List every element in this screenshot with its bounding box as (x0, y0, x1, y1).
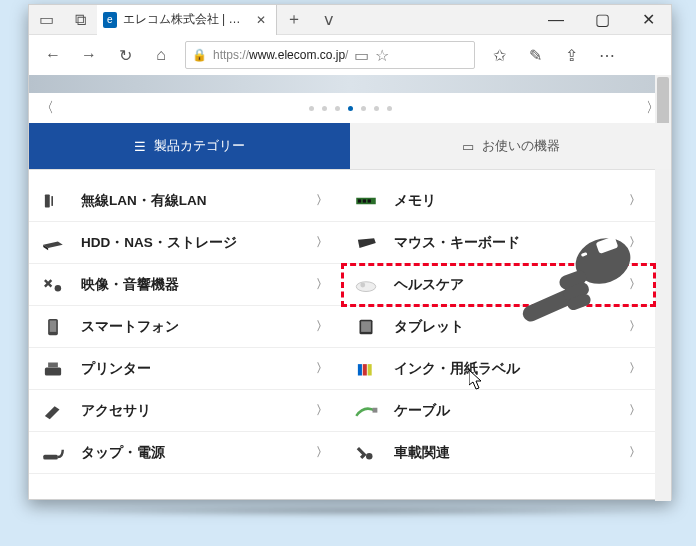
chevron-right-icon: 〉 (316, 234, 328, 251)
navbar: ← → ↻ ⌂ 🔒 https:// www.elecom.co.jp / ▭ … (29, 35, 671, 75)
share-button[interactable]: ⇪ (553, 35, 589, 75)
browser-tab[interactable]: e エレコム株式会社 | ELECC ✕ (97, 5, 277, 35)
category-icon (37, 269, 69, 301)
category-item-left-5[interactable]: アクセサリ〉 (29, 390, 342, 432)
category-label: アクセサリ (81, 402, 151, 420)
forward-button[interactable]: → (71, 35, 107, 75)
url-host: www.elecom.co.jp (249, 48, 345, 62)
category-item-left-4[interactable]: プリンター〉 (29, 348, 342, 390)
svg-rect-6 (48, 362, 58, 367)
category-icon (350, 437, 382, 469)
window-minimize-button[interactable]: — (533, 5, 579, 35)
carousel-dot[interactable] (387, 106, 392, 111)
category-label: 映像・音響機器 (81, 276, 179, 294)
url-scheme: https:// (213, 48, 249, 62)
chevron-right-icon: 〉 (316, 318, 328, 335)
category-label: HDD・NAS・ストレージ (81, 234, 237, 252)
category-item-right-2[interactable]: ヘルスケア〉 (342, 264, 655, 306)
carousel-dot[interactable] (374, 106, 379, 111)
svg-rect-1 (51, 196, 53, 206)
chevron-right-icon: 〉 (316, 192, 328, 209)
chevron-right-icon: 〉 (316, 444, 328, 461)
tab-label: お使いの機器 (482, 137, 560, 155)
address-bar[interactable]: 🔒 https:// www.elecom.co.jp / ▭ ☆ (185, 41, 475, 69)
svg-rect-11 (368, 199, 371, 202)
category-item-right-4[interactable]: インク・用紙ラベル〉 (342, 348, 655, 390)
chevron-right-icon: 〉 (629, 402, 641, 419)
category-label: ケーブル (394, 402, 450, 420)
hero-banner (29, 75, 671, 93)
scrollbar-thumb[interactable] (657, 77, 669, 127)
category-item-left-6[interactable]: タップ・電源〉 (29, 432, 342, 474)
svg-rect-4 (50, 320, 57, 331)
carousel-dot[interactable] (335, 106, 340, 111)
category-item-left-2[interactable]: 映像・音響機器〉 (29, 264, 342, 306)
svg-point-20 (366, 453, 373, 460)
chevron-right-icon: 〉 (629, 444, 641, 461)
svg-rect-17 (363, 364, 367, 375)
chevron-right-icon: 〉 (629, 276, 641, 293)
category-item-right-5[interactable]: ケーブル〉 (342, 390, 655, 432)
favorite-icon[interactable]: ☆ (375, 46, 389, 65)
more-button[interactable]: ⋯ (589, 35, 625, 75)
reading-view-icon[interactable]: ▭ (354, 46, 369, 65)
category-icon (37, 353, 69, 385)
category-icon (350, 227, 382, 259)
category-label: 車載関連 (394, 444, 450, 462)
window-maximize-button[interactable]: ▢ (579, 5, 625, 35)
tab-your-device[interactable]: ▭ お使いの機器 (350, 123, 671, 169)
notes-button[interactable]: ✎ (517, 35, 553, 75)
close-tab-icon[interactable]: ✕ (256, 13, 266, 27)
favicon-icon: e (103, 12, 117, 28)
category-icon (37, 437, 69, 469)
browser-window: ▭ ⧉ e エレコム株式会社 | ELECC ✕ ＋ 𝗏 — ▢ ✕ ← → ↻… (28, 4, 672, 500)
category-item-right-3[interactable]: タブレット〉 (342, 306, 655, 348)
carousel-prev-button[interactable]: 〈 (37, 99, 57, 117)
category-item-left-0[interactable]: 無線LAN・有線LAN〉 (29, 180, 342, 222)
category-label: プリンター (81, 360, 151, 378)
carousel-dot[interactable] (361, 106, 366, 111)
category-item-right-1[interactable]: マウス・キーボード〉 (342, 222, 655, 264)
svg-rect-10 (363, 199, 366, 202)
svg-point-12 (356, 281, 376, 291)
category-icon (350, 395, 382, 427)
category-icon (37, 395, 69, 427)
refresh-button[interactable]: ↻ (107, 35, 143, 75)
category-item-left-3[interactable]: スマートフォン〉 (29, 306, 342, 348)
chevron-right-icon: 〉 (316, 276, 328, 293)
category-icon (350, 311, 382, 343)
category-item-left-1[interactable]: HDD・NAS・ストレージ〉 (29, 222, 342, 264)
svg-rect-5 (45, 367, 61, 375)
category-icon (37, 311, 69, 343)
tab-actions-icon[interactable]: ▭ (29, 5, 63, 35)
carousel-dot[interactable] (322, 106, 327, 111)
category-label: ヘルスケア (394, 276, 464, 294)
url-path: / (345, 48, 348, 62)
favorites-button[interactable]: ✩ (481, 35, 517, 75)
tab-preview-icon[interactable]: ⧉ (63, 5, 97, 35)
home-button[interactable]: ⌂ (143, 35, 179, 75)
chevron-right-icon: 〉 (629, 234, 641, 251)
category-icon (350, 353, 382, 385)
new-tab-button[interactable]: ＋ (277, 9, 311, 30)
category-item-right-0[interactable]: メモリ〉 (342, 180, 655, 222)
carousel-dot-active[interactable] (348, 106, 353, 111)
back-button[interactable]: ← (35, 35, 71, 75)
category-item-right-6[interactable]: 車載関連〉 (342, 432, 655, 474)
carousel-dot[interactable] (309, 106, 314, 111)
chevron-right-icon: 〉 (316, 360, 328, 377)
svg-rect-19 (373, 407, 378, 412)
svg-rect-0 (45, 194, 50, 207)
chevron-right-icon: 〉 (629, 318, 641, 335)
svg-rect-15 (361, 321, 371, 332)
category-label: マウス・キーボード (394, 234, 520, 252)
tab-label: 製品カテゴリー (154, 137, 245, 155)
svg-rect-7 (43, 454, 58, 459)
page-content: 〈 〉 ☰ 製品カテゴリー ▭ お使いの機器 無線LAN・ (29, 75, 671, 501)
category-label: スマートフォン (81, 318, 179, 336)
tab-product-category[interactable]: ☰ 製品カテゴリー (29, 123, 350, 169)
window-close-button[interactable]: ✕ (625, 5, 671, 35)
tab-chevron-icon[interactable]: 𝗏 (311, 10, 345, 29)
chevron-right-icon: 〉 (629, 192, 641, 209)
category-icon (37, 185, 69, 217)
